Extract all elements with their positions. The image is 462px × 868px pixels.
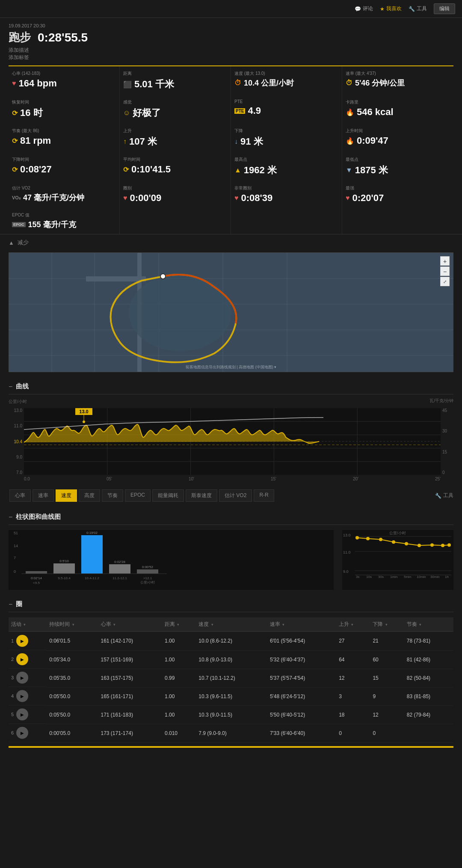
col-hr[interactable]: 心率 ▾ (98, 617, 163, 632)
x-label-0: 0.0 (24, 477, 30, 481)
chart-y-axis-left: 13.0 11.0 10.4 9.0 7.0 (9, 408, 24, 475)
stat-value-kcal: 🔥 546 kcal (346, 107, 450, 118)
sort-arrow-cadence: ▾ (419, 622, 421, 627)
laps-section-header: − 圈 (9, 597, 453, 612)
col-dist[interactable]: 距离 ▾ (162, 617, 196, 632)
svg-point-12 (129, 274, 231, 351)
lap-icon-6: ▶ (16, 727, 28, 739)
add-description-link[interactable]: 添加描述 (9, 47, 453, 54)
col-activity[interactable]: 活动 ▾ (9, 617, 47, 632)
recovery-icon: ⟳ (12, 109, 18, 117)
svg-text:1h: 1h (445, 575, 449, 579)
stat-feel: 感觉 ☺ 好极了 (120, 95, 231, 124)
edit-button[interactable]: 编辑 (434, 3, 455, 14)
col-speed[interactable]: 速度 ▾ (196, 617, 267, 632)
stat-label-dist: 距离 (123, 71, 227, 77)
tab-cadence[interactable]: 节奏 (102, 489, 123, 502)
down-time-icon: ⟳ (12, 166, 18, 174)
stat-empty-3 (342, 208, 453, 234)
lap-cadence-2: 81 (42-86) (404, 650, 453, 669)
tab-pace[interactable]: 速率 (33, 489, 54, 502)
lap-dist-1: 1.00 (162, 632, 196, 651)
map-zoom-out[interactable]: − (440, 267, 450, 276)
toggle-less[interactable]: ▲ 减少 (0, 234, 462, 251)
tab-altitude[interactable]: 高度 (79, 489, 100, 502)
laps-collapse[interactable]: − (9, 601, 12, 608)
chart-section: − 曲线 公里/小时 瓦/千克/分钟 13.0 11.0 10.4 9.0 7.… (9, 379, 453, 503)
lap-elev-up-4: 3 (336, 687, 370, 705)
stat-value-speed: ⏱ 10.4 公里/小时 (234, 78, 338, 88)
map-zoom-in[interactable]: + (440, 256, 450, 266)
laps-body: 1 ▶ 0:06'01.5 161 (142-170) 1.00 10.0 (8… (9, 632, 453, 743)
stat-value-elev-down: ↓ 91 米 (234, 135, 338, 148)
stat-label-hr: 心率 (142-183) (12, 71, 116, 77)
stat-heart-rate: 心率 (142-183) ♥ 164 bpm (9, 66, 120, 95)
lap-elev-up-1: 27 (336, 632, 370, 651)
stat-label-speed: 速度 (最大 13.0) (234, 71, 338, 77)
svg-rect-35 (53, 563, 75, 574)
hrz-icon: ♥ (123, 194, 127, 202)
lap-pace-3: 5'37 (5'57-4'54) (267, 669, 336, 687)
stat-non-hrz: 非常圈别 ♥ 0:08'39 (231, 181, 342, 208)
tab-vo2[interactable]: 估计 VO2 (219, 489, 252, 502)
lap-activity-3: 3 ▶ (9, 669, 47, 687)
stat-value-pace: ⏱ 5'46 分钟/公里 (346, 78, 450, 88)
lap-row-3: 3 ▶ 0:05'35.0 163 (157-175) 0.99 10.7 (1… (9, 669, 453, 687)
nav-tools[interactable]: 🔧 工具 (409, 5, 427, 12)
tab-stridelen[interactable]: 斯泰速度 (186, 489, 217, 502)
stat-kcal: 卡路里 🔥 546 kcal (342, 95, 453, 124)
lap-pace-1: 6'01 (5'56-4'54) (267, 632, 336, 651)
svg-text:1min: 1min (390, 575, 397, 579)
tab-energy[interactable]: 能量阈耗 (152, 489, 184, 502)
svg-text:14: 14 (14, 544, 18, 548)
col-cadence[interactable]: 节奏 ▾ (404, 617, 453, 632)
tab-heart-rate[interactable]: 心率 (9, 489, 31, 502)
stat-value-highest: ▲ 1962 米 (234, 164, 338, 177)
tab-epoc[interactable]: EPOC (125, 489, 151, 502)
stat-label-pte: PTE (234, 99, 338, 104)
chart-collapse-icon[interactable]: − (9, 383, 12, 391)
add-tags-link[interactable]: 添加标签 (9, 54, 453, 61)
lap-pace-6: 7'33 (6'40-6'40) (267, 724, 336, 742)
nav-likes[interactable]: ★ 我喜欢 (380, 5, 402, 12)
stat-value-cadence: ⟳ 81 rpm (12, 135, 116, 146)
x-label-3: 15' (271, 477, 276, 481)
svg-text:5min: 5min (404, 575, 411, 579)
tab-speed[interactable]: 速度 (56, 489, 77, 502)
map-fullscreen[interactable]: ⤢ (440, 277, 450, 286)
stat-label-hrz: 圈别 (123, 185, 227, 191)
svg-text:13.0: 13.0 (79, 409, 88, 414)
nav-tools-label: 工具 (417, 5, 427, 12)
svg-point-58 (379, 538, 382, 541)
lap-dist-3: 0.99 (162, 669, 196, 687)
x-label-2: 10' (189, 477, 194, 481)
chart-tools-btn[interactable]: 🔧 工具 (435, 489, 453, 503)
nav-comment[interactable]: 💬 评论 (355, 5, 373, 12)
bar-chart-collapse[interactable]: − (9, 513, 12, 521)
col-elev-down[interactable]: 下降 ▾ (370, 617, 404, 632)
comment-icon: 💬 (355, 6, 361, 12)
lap-row-1: 1 ▶ 0:06'01.5 161 (142-170) 1.00 10.0 (8… (9, 632, 453, 651)
highest-icon: ▲ (234, 166, 241, 174)
col-elev-up[interactable]: 上升 ▾ (336, 617, 370, 632)
stat-label-feel: 感觉 (123, 99, 227, 105)
lap-cadence-1: 78 (73-81) (404, 632, 453, 651)
stat-label-elev-down: 下降 (234, 128, 338, 134)
lap-elev-up-5: 18 (336, 705, 370, 724)
activity-sub-links: 添加描述 添加标签 (9, 47, 453, 61)
lap-hr-4: 165 (161-171) (98, 687, 163, 705)
activity-map[interactable]: + − ⤢ 拓客地图信息导出到路线规划 | 高德地图 (中国地图) ▾ (9, 252, 453, 372)
sort-arrow-pace: ▾ (282, 622, 284, 627)
lap-speed-6: 7.9 (9.0-9.0) (196, 724, 267, 742)
lap-icon-5: ▶ (16, 708, 28, 720)
col-duration[interactable]: 持续时间 ▾ (47, 617, 98, 632)
col-pace[interactable]: 速率 ▾ (267, 617, 336, 632)
lap-elev-up-3: 12 (336, 669, 370, 687)
chart-y-right-label: 瓦/千克/分钟 (429, 398, 453, 404)
lap-elev-up-2: 64 (336, 650, 370, 669)
tab-rr[interactable]: R-R (254, 489, 274, 502)
stat-elev-time: 上升时间 🔥 0:09'47 (342, 124, 453, 152)
sort-arrow-elev-up: ▾ (351, 622, 353, 627)
lap-elev-down-4: 9 (370, 687, 404, 705)
svg-text:7: 7 (14, 556, 16, 560)
